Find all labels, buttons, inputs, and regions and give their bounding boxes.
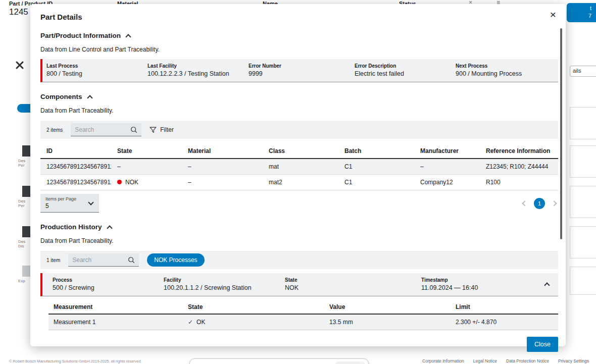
bg-list-thumbnail	[22, 145, 30, 157]
section-subtitle: Data from Line Control and Part Traceabi…	[40, 46, 558, 53]
bg-card-fragment	[570, 145, 596, 178]
components-count: 2 items	[46, 127, 63, 133]
bg-card-fragment	[570, 186, 596, 218]
items-per-page-value: 5	[45, 202, 86, 210]
section-subtitle: Data from Part Traceability.	[40, 237, 558, 244]
pager: 1	[523, 198, 558, 209]
process-row-expanded[interactable]: Process 500 / Screwing Facility 100.20.1…	[40, 273, 558, 296]
footer-link[interactable]: Corporate Information	[422, 358, 464, 363]
filter-button[interactable]: Filter	[150, 126, 174, 133]
bg-list-thumbnail	[22, 266, 30, 277]
components-pagination: Items per Page 5 1	[40, 194, 558, 213]
part-info-strip: Last Process 800 / Testing Last Facility…	[40, 59, 558, 82]
check-icon: ✓	[188, 319, 193, 326]
section-toggle-components[interactable]: Components	[40, 93, 92, 100]
filter-label: Filter	[160, 126, 174, 133]
production-history-toolbar: 1 item NOK Processes	[40, 251, 558, 269]
bg-list-thumbnail	[22, 226, 30, 237]
nok-processes-filter-button[interactable]: NOK Processes	[147, 253, 204, 267]
footer-link[interactable]: Privacy Settings	[558, 358, 589, 363]
components-search-input[interactable]	[75, 126, 130, 133]
items-per-page-label: Items per Page	[45, 196, 86, 201]
page-number[interactable]: 1	[534, 198, 545, 209]
nok-status-dot	[117, 180, 122, 184]
scrollbar-thumb[interactable]	[560, 28, 562, 239]
dialog-title: Part Details	[40, 13, 558, 21]
measurement-row: Measurement 1 ✓OK 13.5 mm 2.300 +/- 4.87…	[48, 315, 558, 330]
info-field: Timestamp 11.09.2024 — 16:40	[421, 277, 545, 291]
component-row: 12345678912345678911 – – mat C1 – Z12345…	[40, 159, 558, 175]
footer-links: Corporate Information Legal Notice Data …	[422, 358, 589, 363]
info-field: Last Process 800 / Testing	[46, 63, 147, 77]
bg-card-fragment	[570, 226, 596, 258]
info-field: Error Description Electric test failed	[355, 63, 456, 77]
page-next-icon[interactable]	[551, 200, 557, 206]
section-title: Production History	[40, 223, 102, 231]
chevron-up-icon	[107, 225, 112, 231]
components-table: ID State Material Class Batch Manufactur…	[40, 144, 558, 190]
bg-status-pill	[17, 104, 30, 113]
bg-details-tab-fragment[interactable]: ails	[570, 66, 596, 77]
bg-card-fragment	[570, 267, 596, 295]
info-field: Last Facility 100.12.2.2.3 / Testing Sta…	[147, 63, 249, 77]
chevron-up-icon	[544, 282, 550, 288]
bg-list-thumbnail	[22, 186, 30, 197]
bg-list-label: DesDis	[18, 239, 25, 248]
footer-link[interactable]: Data Protection Notice	[506, 358, 549, 363]
bg-card-fragment	[570, 107, 596, 139]
components-toolbar: 2 items Filter	[40, 121, 558, 139]
bg-list-label: DesPer	[18, 199, 25, 208]
info-field: State NOK	[285, 277, 421, 291]
filter-icon	[150, 126, 157, 133]
info-field: Error Number 9999	[249, 63, 355, 77]
search-icon	[130, 126, 137, 133]
measurements-table: Measurement State Value Limit Measuremen…	[48, 300, 558, 330]
production-history-search-input[interactable]	[72, 256, 128, 264]
info-field: Process 500 / Screwing	[53, 277, 164, 291]
section-title: Part/Product Information	[40, 32, 121, 39]
close-button[interactable]: Close	[527, 337, 558, 352]
production-history-count: 1 item	[46, 257, 60, 263]
footer-copyright: © Robert Bosch Manufacturing Solutions G…	[9, 359, 141, 363]
info-field: Next Process 900 / Mounting Process	[456, 63, 558, 77]
bg-list-label: DesPer	[18, 159, 25, 168]
bg-list-label: Exp	[18, 279, 25, 283]
search-icon	[128, 256, 135, 264]
section-toggle-part-product-information[interactable]: Part/Product Information	[40, 32, 130, 39]
info-field: Facility 100.20.1.1.2 / Screwing Station	[164, 277, 285, 291]
chevron-up-icon	[125, 34, 131, 39]
measurements-header-row: Measurement State Value Limit	[48, 300, 558, 315]
section-toggle-production-history[interactable]: Production History	[40, 223, 112, 231]
bg-bottom-popup-button[interactable]	[335, 361, 365, 364]
bg-left-strip: DesPer DesPer DesDis Exp	[0, 0, 30, 364]
production-history-search[interactable]	[68, 253, 139, 267]
component-row: 12345678912345678912 NOK – mat2 C1 Compa…	[40, 175, 558, 190]
section-title: Components	[40, 93, 82, 100]
bg-right-strip: ails	[566, 0, 596, 364]
tools-icon	[14, 60, 25, 71]
components-search[interactable]	[71, 123, 141, 136]
chevron-down-icon	[88, 199, 93, 205]
chevron-up-icon	[87, 95, 92, 100]
part-details-dialog: × Part Details Part/Product Information …	[30, 4, 566, 346]
components-header-row: ID State Material Class Batch Manufactur…	[40, 144, 558, 159]
bg-bottom-popup[interactable]	[189, 358, 369, 364]
footer-link[interactable]: Legal Notice	[473, 358, 497, 363]
section-subtitle: Data from Part Traceability.	[40, 107, 558, 114]
page-prev-icon[interactable]	[522, 200, 527, 206]
items-per-page-select[interactable]: Items per Page 5	[40, 194, 99, 213]
